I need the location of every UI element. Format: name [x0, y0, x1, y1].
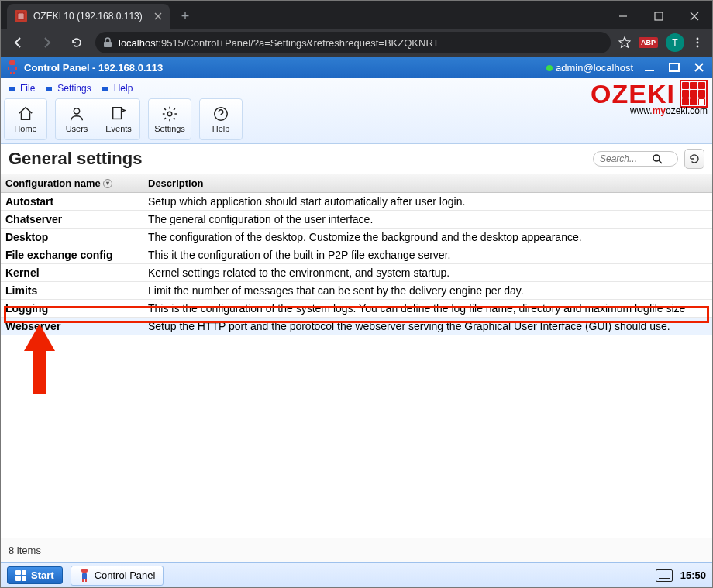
- svg-point-17: [653, 155, 660, 161]
- table-row[interactable]: File exchange configThis it the configur…: [1, 246, 712, 264]
- table-row[interactable]: ChatserverThe general configuration of t…: [1, 211, 712, 229]
- svg-rect-19: [82, 573, 87, 579]
- svg-rect-18: [81, 569, 88, 573]
- toolbar-help-button[interactable]: Help: [202, 101, 240, 138]
- table-footer: 8 items: [1, 538, 712, 562]
- profile-avatar[interactable]: T: [666, 33, 684, 52]
- svg-rect-1: [655, 12, 663, 20]
- svg-point-15: [167, 112, 172, 116]
- toolbar-events-button[interactable]: Events: [99, 101, 138, 138]
- app-title-bar: Control Panel - 192.168.0.113 admin@loca…: [1, 57, 712, 78]
- row-desc: This it the configuration of the built i…: [143, 246, 712, 263]
- taskbar-clock: 15:50: [680, 569, 706, 581]
- row-desc: Setup which application should start aut…: [143, 193, 712, 210]
- menu-settings[interactable]: Settings: [43, 81, 97, 95]
- search-box[interactable]: [593, 151, 678, 167]
- toolbar-home-button[interactable]: Home: [6, 101, 45, 138]
- page-header: General settings: [1, 144, 712, 174]
- menu-file[interactable]: File: [5, 81, 41, 95]
- browser-chrome: OZEKI 10 (192.168.0.113) + localhost:951…: [1, 1, 712, 57]
- window-minimize-icon[interactable]: [605, 4, 641, 29]
- row-name: Kernel: [1, 264, 143, 281]
- keyboard-icon[interactable]: [656, 569, 673, 582]
- svg-point-3: [697, 38, 699, 40]
- taskbar-app-button[interactable]: Control Panel: [71, 566, 164, 586]
- row-desc: The general configuration of the user in…: [143, 211, 712, 228]
- search-icon[interactable]: [653, 154, 663, 164]
- toolbar-settings-button[interactable]: Settings: [150, 101, 189, 138]
- row-desc: Setup the HTTP port and the porotocol th…: [143, 318, 712, 335]
- svg-rect-14: [113, 108, 122, 119]
- lock-icon: [103, 37, 112, 48]
- svg-rect-12: [670, 64, 679, 71]
- table-row[interactable]: KernelKernel settings related to the env…: [1, 264, 712, 282]
- svg-point-4: [697, 42, 699, 44]
- tab-strip: OZEKI 10 (192.168.0.113) +: [1, 1, 712, 29]
- row-name: Chatserver: [1, 211, 143, 228]
- app-minimize-icon[interactable]: [641, 60, 658, 74]
- page-title: General settings: [9, 149, 142, 169]
- window-controls: [605, 4, 712, 29]
- start-grid-icon: [16, 570, 26, 581]
- tab-close-icon[interactable]: [154, 12, 162, 20]
- sort-icon[interactable]: ▾: [103, 179, 112, 188]
- svg-rect-21: [85, 579, 87, 582]
- bookmark-star-icon[interactable]: [618, 36, 631, 49]
- brand-logo: OZEKI www.myozeki.com: [591, 80, 708, 115]
- row-desc: This is the configuration of the system …: [143, 300, 712, 317]
- svg-rect-7: [10, 66, 15, 72]
- browser-tab[interactable]: OZEKI 10 (192.168.0.113): [7, 4, 170, 29]
- row-name: Autostart: [1, 193, 143, 210]
- new-tab-button[interactable]: +: [174, 5, 196, 27]
- url-text: localhost:9515/Control+Panel/?a=Settings…: [119, 37, 439, 49]
- col-config-name[interactable]: Configuration name ▾: [1, 174, 143, 192]
- row-name: Limits: [1, 282, 143, 299]
- row-name: Logging: [1, 300, 143, 317]
- status-dot-icon: [546, 65, 553, 71]
- window-close-icon[interactable]: [677, 4, 712, 29]
- favicon-icon: [15, 10, 27, 22]
- svg-rect-20: [82, 579, 84, 582]
- refresh-button[interactable]: [684, 149, 704, 169]
- table-row[interactable]: AutostartSetup which application should …: [1, 193, 712, 211]
- chrome-menu-icon[interactable]: [692, 37, 703, 48]
- table-row[interactable]: DesktopThe configuration of the desktop.…: [1, 229, 712, 246]
- window-maximize-icon[interactable]: [641, 4, 677, 29]
- row-name: Webserver: [1, 318, 143, 335]
- taskbar-app-icon: [79, 569, 90, 583]
- svg-rect-9: [16, 67, 17, 70]
- menu-toolbar-area: File Settings Help Home Users Events Set…: [1, 78, 712, 144]
- toolbar-users-button[interactable]: Users: [57, 101, 96, 138]
- taskbar: Start Control Panel 15:50: [1, 562, 712, 587]
- menu-help[interactable]: Help: [99, 81, 140, 95]
- tab-title: OZEKI 10 (192.168.0.113): [33, 11, 143, 22]
- svg-rect-2: [104, 42, 112, 47]
- table-header: Configuration name ▾ Description: [1, 174, 712, 193]
- table-row[interactable]: LimitsLimit the number of messages that …: [1, 282, 712, 300]
- svg-rect-10: [10, 72, 12, 74]
- row-name: Desktop: [1, 229, 143, 246]
- svg-point-13: [74, 108, 79, 114]
- svg-rect-11: [13, 72, 15, 74]
- settings-table: Configuration name ▾ Description Autosta…: [1, 174, 712, 538]
- nav-back-icon[interactable]: [7, 32, 29, 53]
- abp-extension-icon[interactable]: ABP: [639, 37, 658, 48]
- url-field[interactable]: localhost:9515/Control+Panel/?a=Settings…: [95, 32, 611, 53]
- logo-grid-icon: [680, 80, 708, 108]
- app-maximize-icon[interactable]: [666, 60, 683, 74]
- nav-forward-icon[interactable]: [36, 32, 58, 53]
- nav-reload-icon[interactable]: [66, 32, 88, 53]
- table-row[interactable]: WebserverSetup the HTTP port and the por…: [1, 318, 712, 335]
- svg-rect-8: [8, 67, 9, 70]
- row-desc: Kernel settings related to the environme…: [143, 264, 712, 281]
- start-button[interactable]: Start: [7, 566, 63, 584]
- search-input[interactable]: [598, 153, 653, 165]
- app-close-icon[interactable]: [691, 60, 708, 74]
- row-desc: Limit the number of messages that can be…: [143, 282, 712, 299]
- col-description[interactable]: Description: [143, 174, 712, 192]
- app-user[interactable]: admin@localhost: [546, 62, 633, 74]
- address-bar: localhost:9515/Control+Panel/?a=Settings…: [1, 29, 712, 57]
- svg-rect-6: [9, 60, 16, 65]
- table-row[interactable]: LoggingThis is the configuration of the …: [1, 300, 712, 318]
- app-title: Control Panel - 192.168.0.113: [24, 62, 163, 74]
